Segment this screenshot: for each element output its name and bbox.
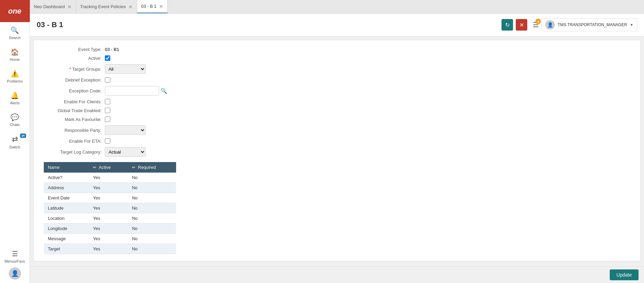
active-edit-icon[interactable]: ✏ — [93, 165, 96, 170]
tab-close-03-b1[interactable]: ✕ — [159, 4, 163, 9]
user-avatar: 👤 — [545, 20, 555, 30]
debrief-exception-row: Debrief Exception: — [44, 77, 630, 83]
switch-icon: ⇄ — [12, 135, 18, 144]
sidebar-item-label: Search — [9, 36, 21, 40]
switch-badge: ⇄ — [20, 134, 26, 138]
cell-required: No — [128, 213, 176, 224]
global-trade-enabled-row: Global Trade Enabled: — [44, 108, 630, 113]
cell-name: Event Date — [44, 193, 89, 203]
target-log-category-label: Target Log Category: — [44, 149, 105, 155]
event-type-value: 03 - B1 — [105, 47, 119, 52]
sidebar-item-menus[interactable]: ☰ Menus/Favs — [0, 246, 30, 267]
event-type-row: Event Type: 03 - B1 — [44, 47, 630, 52]
table-row: Message Yes No — [44, 234, 176, 244]
sidebar-menus-label: Menus/Favs — [5, 259, 25, 263]
table-row: Location Yes No — [44, 213, 176, 224]
close-button[interactable]: ✕ — [516, 19, 527, 31]
warning-icon: ⚠️ — [11, 70, 19, 78]
cell-name: Address — [44, 183, 89, 193]
debrief-exception-checkbox[interactable] — [105, 77, 110, 83]
sidebar-item-label: Switch — [9, 145, 20, 149]
active-label: Active: — [44, 56, 105, 61]
table-row: Latitude Yes No — [44, 203, 176, 213]
cell-active: Yes — [89, 234, 128, 244]
cell-name: Message — [44, 234, 89, 244]
enable-for-clients-row: Enable For Clients: — [44, 99, 630, 104]
cell-name: Target — [44, 244, 89, 254]
data-table: Name ✏ Active ✏ Required Active? — [44, 162, 176, 254]
mark-as-favourite-row: Mark As Favourite: — [44, 117, 630, 122]
responsible-party-row: Responsible Party: Option 1 Option 2 — [44, 125, 630, 135]
enable-for-clients-label: Enable For Clients: — [44, 99, 105, 104]
page-title: 03 - B 1 — [37, 20, 63, 29]
col-header-required: ✏ Required — [128, 162, 176, 173]
user-name: TMS.TRANSPORTATION_MANAGER — [557, 22, 627, 27]
sidebar-avatar[interactable]: 👤 — [9, 267, 21, 280]
cell-active: Yes — [89, 213, 128, 224]
cell-required: No — [128, 244, 176, 254]
app-logo[interactable]: one — [0, 0, 30, 22]
tab-03-b1[interactable]: 03 - B 1 ✕ — [137, 0, 168, 13]
sidebar-item-alerts[interactable]: 🔔 Alerts — [0, 87, 30, 109]
chat-icon: 💬 — [11, 113, 19, 121]
tab-neo-dashboard[interactable]: Neo Dashboard ✕ — [30, 0, 76, 13]
sidebar-item-switch[interactable]: ⇄ ⇄ Switch — [0, 131, 30, 153]
sidebar-item-home[interactable]: 🏠 Home — [0, 44, 30, 66]
update-button[interactable]: Update — [610, 269, 639, 280]
mark-as-favourite-label: Mark As Favourite: — [44, 117, 105, 122]
col-header-active: ✏ Active — [89, 162, 128, 173]
cell-active: Yes — [89, 173, 128, 183]
sidebar-item-problems[interactable]: ⚠️ Problems — [0, 66, 30, 87]
menu-icon: ☰ — [12, 250, 18, 258]
enable-for-eta-checkbox[interactable] — [105, 138, 110, 144]
dropdown-chevron-icon: ▼ — [630, 23, 633, 27]
avatar-icon: 👤 — [11, 270, 19, 277]
header-actions: ↻ ✕ ☰ ★ 👤 TMS.TRANSPORTATION_MANAGER ▼ — [501, 18, 637, 31]
exception-code-label: Exception Code: — [44, 88, 105, 93]
home-icon: 🏠 — [11, 48, 19, 56]
header-menu-button[interactable]: ☰ ★ — [533, 21, 539, 29]
bell-icon: 🔔 — [11, 91, 19, 100]
cell-required: No — [128, 224, 176, 234]
sidebar-item-label: Alerts — [10, 101, 19, 105]
tab-tracking-event-policies[interactable]: Tracking Event Policies ✕ — [76, 0, 137, 13]
avatar-icon: 👤 — [547, 22, 553, 28]
tab-label: Neo Dashboard — [34, 4, 65, 9]
active-checkbox[interactable] — [105, 55, 110, 61]
sidebar: one 🔍 Search 🏠 Home ⚠️ Problems 🔔 Alerts… — [0, 0, 30, 283]
sidebar-item-label: Chats — [10, 123, 20, 127]
sidebar-bottom: ☰ Menus/Favs 👤 — [0, 246, 30, 283]
content-header: 03 - B 1 ↻ ✕ ☰ ★ 👤 TMS.TRANSPORTATION_MA… — [30, 14, 644, 36]
sidebar-item-search[interactable]: 🔍 Search — [0, 22, 30, 44]
user-dropdown[interactable]: 👤 TMS.TRANSPORTATION_MANAGER ▼ — [542, 18, 637, 31]
exception-code-search-button[interactable]: 🔍 — [160, 88, 167, 94]
refresh-button[interactable]: ↻ — [501, 19, 513, 31]
cell-required: No — [128, 203, 176, 213]
global-trade-enabled-checkbox[interactable] — [105, 108, 110, 113]
main-content: Neo Dashboard ✕ Tracking Event Policies … — [30, 0, 644, 283]
mark-as-favourite-checkbox[interactable] — [105, 117, 110, 122]
content-area: Event Type: 03 - B1 Active: Target Group… — [30, 36, 644, 266]
responsible-party-label: Responsible Party: — [44, 128, 105, 133]
cell-name: Longitude — [44, 224, 89, 234]
exception-code-row: Exception Code: 🔍 — [44, 86, 630, 95]
tab-label: Tracking Event Policies — [80, 4, 126, 9]
target-groups-row: Target Groups: All Group 1 Group 2 — [44, 64, 630, 74]
form-panel: Event Type: 03 - B1 Active: Target Group… — [33, 40, 641, 261]
cell-name: Active? — [44, 173, 89, 183]
star-badge: ★ — [535, 19, 541, 24]
table-row: Longitude Yes No — [44, 224, 176, 234]
required-edit-icon[interactable]: ✏ — [132, 165, 135, 170]
tab-close-tracking-event-policies[interactable]: ✕ — [129, 4, 133, 9]
table-row: Active? Yes No — [44, 173, 176, 183]
cell-required: No — [128, 193, 176, 203]
responsible-party-select[interactable]: Option 1 Option 2 — [105, 125, 146, 135]
target-groups-select[interactable]: All Group 1 Group 2 — [105, 64, 146, 74]
exception-code-input[interactable] — [105, 86, 159, 95]
cell-required: No — [128, 234, 176, 244]
enable-for-clients-checkbox[interactable] — [105, 99, 110, 104]
exception-code-field-wrapper: 🔍 — [105, 86, 167, 95]
target-log-category-select[interactable]: Actual Estimated Planned — [105, 147, 146, 157]
tab-close-neo-dashboard[interactable]: ✕ — [68, 4, 72, 9]
sidebar-item-chats[interactable]: 💬 Chats — [0, 109, 30, 131]
